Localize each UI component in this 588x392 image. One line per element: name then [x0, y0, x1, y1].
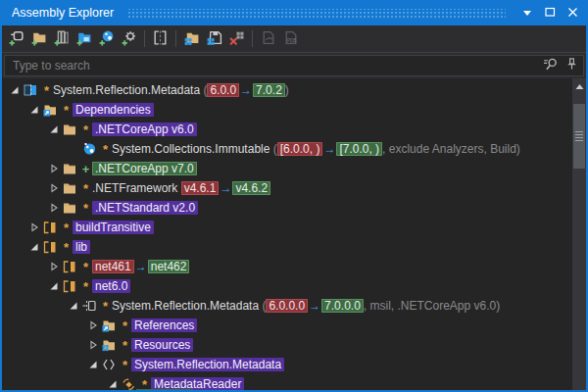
expander-expanded-icon[interactable] [7, 82, 23, 98]
add-from-gac-button[interactable] [50, 27, 73, 51]
scrollbar-thumb[interactable] [573, 104, 585, 169]
assembly-explorer-window: Assembly Explorer PDB *System.Reflection… [0, 0, 588, 392]
compare-icon [152, 29, 169, 49]
tree-row[interactable]: *References [2, 316, 586, 335]
vertical-scrollbar[interactable] [572, 78, 586, 392]
node-label-segment: → [322, 142, 336, 156]
export-project-icon [260, 29, 276, 49]
expander-expanded-icon[interactable] [26, 239, 42, 255]
add-nuget-package-button[interactable] [95, 27, 118, 51]
maximize-button[interactable] [542, 5, 558, 21]
save-list-icon [206, 29, 222, 49]
added-marker: + [79, 162, 92, 176]
node-label-segment: → [308, 299, 321, 313]
clear-list-icon [228, 29, 245, 49]
resources-folder-icon [101, 337, 119, 353]
expander-spacer [66, 141, 81, 157]
expander-collapsed-icon[interactable] [46, 200, 62, 216]
search-options-icon [542, 56, 559, 75]
tree-row[interactable]: *System.Reflection.Metadata [2, 355, 586, 374]
expander-expanded-icon[interactable] [66, 298, 81, 314]
tree-row[interactable]: *Dependencies [2, 100, 586, 120]
expander-expanded-icon[interactable] [105, 376, 121, 392]
expander-collapsed-icon[interactable] [26, 220, 42, 235]
node-label-segment: → [239, 83, 253, 97]
tree-row[interactable]: *buildTransitive [2, 218, 586, 237]
pin-search-button[interactable] [563, 57, 580, 74]
modified-marker: * [119, 358, 131, 372]
attach-process-button[interactable] [118, 27, 140, 51]
save-assembly-list-button[interactable] [203, 27, 225, 51]
node-label-segment: .NETStandard v2.0 [92, 201, 198, 215]
package-folder-icon [62, 259, 79, 274]
tree-row[interactable]: *.NETCoreApp v6.0 [2, 120, 586, 139]
node-label-segment: System.Reflection.Metadata [131, 358, 284, 371]
node-label-segment: [6.0.0, ) [277, 142, 323, 156]
toolbar: PDB [2, 25, 586, 53]
search-input[interactable] [4, 55, 584, 76]
search-options-button[interactable] [541, 57, 559, 74]
modified-marker: * [119, 318, 131, 333]
tree-row[interactable]: *System.Collections.Immutable ([6.0.0, )… [2, 139, 586, 159]
tree-row[interactable]: *MetadataReader [2, 374, 586, 392]
node-label-segment: 7.0.0.0 [321, 299, 364, 313]
tree-row[interactable]: *System.Reflection.Metadata (6.0.0→7.0.2… [2, 80, 586, 100]
window-position-button[interactable] [519, 5, 535, 21]
nuget-package-icon [81, 141, 99, 157]
node-label-segment: net461 [92, 260, 134, 273]
expander-collapsed-icon[interactable] [46, 161, 62, 176]
titlebar-buttons [519, 5, 580, 21]
modified-marker: * [40, 83, 53, 98]
expander-expanded-icon[interactable] [26, 102, 42, 118]
scroll-up-icon [575, 78, 584, 93]
chevron-down-icon [522, 6, 532, 21]
tree-row[interactable]: +.NETCoreApp v7.0 [2, 159, 586, 178]
open-assembly-list-button[interactable] [180, 27, 203, 51]
tree-row[interactable]: *.NETStandard v2.0 [2, 198, 586, 218]
node-label-segment: [7.0.0, ) [336, 142, 382, 156]
generate-pdb-button: PDB [279, 27, 302, 51]
references-folder-icon [42, 102, 60, 118]
add-assembly-button[interactable] [5, 27, 27, 51]
add-nuget-icon [98, 29, 115, 49]
folder-icon [62, 161, 79, 176]
modified-marker: * [99, 299, 112, 314]
toolbar-separator [252, 30, 253, 47]
node-label-segment: v4.6.1 [181, 181, 220, 195]
search-buttons [541, 57, 580, 74]
compare-assemblies-button[interactable] [149, 27, 172, 51]
modified-marker: * [60, 220, 73, 235]
tree-row[interactable]: *net461→net462 [2, 257, 586, 276]
search-bar [2, 53, 586, 78]
toolbar-separator [144, 30, 145, 47]
toolbar-separator [175, 30, 176, 47]
node-label-segment: .NETFramework [92, 181, 181, 195]
modified-marker: * [79, 181, 92, 196]
titlebar-drag-grip[interactable] [127, 9, 506, 18]
tree-row[interactable]: *Resources [2, 335, 586, 355]
expander-expanded-icon[interactable] [85, 357, 101, 372]
node-label-segment: Dependencies [73, 103, 154, 117]
node-label-segment: → [219, 181, 232, 195]
svg-text:PDB: PDB [287, 37, 297, 42]
node-label-segment: 6.0.0.0 [266, 299, 308, 313]
expander-expanded-icon[interactable] [46, 278, 62, 294]
assembly-icon [81, 298, 99, 314]
tree-row[interactable]: *.NETFramework v4.6.1→v4.6.2 [2, 178, 586, 198]
tree-row[interactable]: *net6.0 [2, 276, 586, 296]
package-folder-icon [42, 239, 60, 255]
modified-marker: * [79, 122, 92, 137]
expander-collapsed-icon[interactable] [85, 337, 101, 353]
close-button[interactable] [564, 5, 580, 21]
add-folder-assemblies-button[interactable] [73, 27, 95, 51]
clear-assembly-list-button[interactable] [225, 27, 248, 51]
maximize-icon [545, 6, 556, 21]
expander-collapsed-icon[interactable] [85, 318, 101, 333]
tree-row[interactable]: *lib [2, 237, 586, 257]
expander-expanded-icon[interactable] [46, 122, 62, 137]
tree-row[interactable]: *System.Reflection.Metadata (6.0.0.0→7.0… [2, 296, 586, 316]
scroll-up-button[interactable] [572, 78, 586, 93]
open-folder-button[interactable] [27, 27, 50, 51]
expander-collapsed-icon[interactable] [46, 180, 62, 196]
expander-collapsed-icon[interactable] [46, 259, 62, 274]
